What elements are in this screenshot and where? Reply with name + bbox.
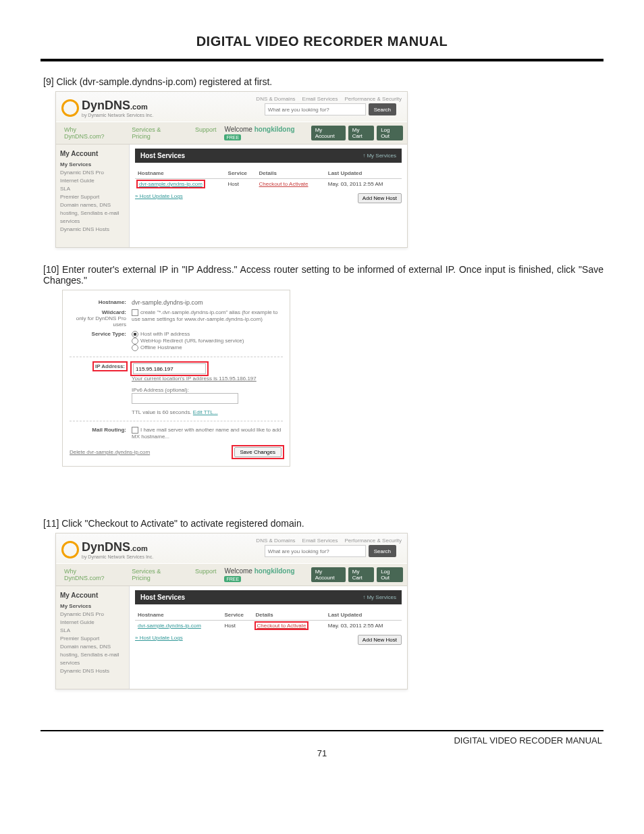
nav-support[interactable]: Support — [187, 122, 225, 144]
sidebar-item[interactable]: Internet Guide — [60, 177, 125, 185]
sidebar-item[interactable]: Dynamic DNS Pro — [60, 169, 125, 177]
host-table: Hostname Service Details Last Updated dv… — [135, 610, 402, 631]
welcome-text: Welcome hongkildong FREE — [224, 126, 308, 140]
chip-my-account[interactable]: My Account — [311, 567, 346, 582]
hostname-link[interactable]: dvr-sample.dyndns-ip.com — [138, 623, 201, 629]
ipv6-label: IPv6 Address (optional): — [132, 387, 283, 393]
cell-updated: May. 03, 2011 2:55 AM — [325, 621, 402, 631]
screenshot-step-10: Hostname: dvr-sample.dyndns-ip.com Wildc… — [62, 290, 290, 467]
sidebar-item[interactable]: Dynamic DNS Pro — [60, 610, 125, 619]
top-links: DNS & Domains Email Services Performance… — [256, 96, 402, 102]
nav-why[interactable]: Why DynDNS.com? — [56, 122, 124, 144]
nav-services[interactable]: Services & Pricing — [124, 122, 187, 144]
th-updated: Last Updated — [325, 610, 402, 621]
nav-why[interactable]: Why DynDNS.com? — [56, 564, 124, 585]
th-hostname: Hostname — [135, 610, 222, 621]
panel-title: Host Services — [140, 152, 185, 159]
toplink[interactable]: Performance & Security — [345, 96, 402, 102]
step-9-text: [9] Click (dvr-sample.dyndns-ip.com) reg… — [41, 76, 603, 87]
sidebar-item[interactable]: SLA — [60, 185, 125, 193]
page-number: 71 — [41, 748, 603, 758]
label-wildcard: Wildcard: — [102, 309, 126, 315]
search-button[interactable]: Search — [369, 103, 396, 115]
save-changes-button[interactable]: Save Changes — [234, 447, 281, 457]
ipv6-input[interactable] — [132, 393, 238, 404]
svc-opt-host: Host with IP address — [140, 331, 190, 337]
svc-opt-webhop: WebHop Redirect (URL forwarding service) — [140, 338, 244, 344]
checkbox-icon[interactable] — [132, 427, 138, 434]
search-input[interactable] — [265, 103, 366, 115]
chip-logout[interactable]: Log Out — [377, 567, 403, 582]
nav-bar: Why DynDNS.com? Services & Pricing Suppo… — [56, 122, 407, 145]
radio-icon[interactable] — [132, 331, 138, 338]
add-new-host-button[interactable]: Add New Host — [358, 635, 402, 645]
divider — [70, 421, 283, 421]
logo-sub: by Dynamic Network Services Inc. — [82, 113, 153, 118]
sidebar-item[interactable]: Domain names, DNS hosting, Sendlabs e-ma… — [60, 643, 125, 667]
sidebar: My Account My Services Dynamic DNS Pro I… — [56, 145, 130, 247]
panel-up-link[interactable]: ↑ My Services — [363, 153, 396, 159]
sidebar-item[interactable]: SLA — [60, 627, 125, 635]
dyndns-logo: DynDNS.com by Dynamic Network Services I… — [61, 96, 153, 120]
cell-service: Host — [222, 621, 253, 631]
ttl-edit-link[interactable]: Edit TTL... — [193, 409, 218, 415]
host-update-logs-link[interactable]: » Host Update Logs — [135, 635, 183, 641]
sidebar-item[interactable]: Internet Guide — [60, 619, 125, 627]
panel-up-link[interactable]: ↑ My Services — [363, 594, 396, 600]
toplink[interactable]: DNS & Domains — [256, 538, 295, 544]
radio-icon[interactable] — [132, 344, 138, 351]
label-mail-routing: Mail Routing: — [70, 427, 132, 440]
divider — [70, 357, 283, 357]
th-details: Details — [253, 610, 325, 621]
logo-suffix: .com — [130, 103, 148, 111]
th-hostname: Hostname — [135, 168, 225, 179]
footer-text: DIGITAL VIDEO RECODER MANUAL — [454, 735, 602, 746]
sidebar-my-services[interactable]: My Services — [60, 603, 125, 609]
toplink[interactable]: Performance & Security — [345, 538, 402, 544]
checkout-link[interactable]: Checkout to Activate — [257, 623, 306, 629]
th-updated: Last Updated — [325, 168, 402, 179]
chip-my-cart[interactable]: My Cart — [348, 567, 374, 582]
chip-logout[interactable]: Log Out — [377, 126, 403, 140]
th-service: Service — [225, 168, 257, 179]
sidebar-item[interactable]: Dynamic DNS Hosts — [60, 226, 125, 234]
sidebar-item[interactable]: Premier Support — [60, 193, 125, 201]
host-update-logs-link[interactable]: » Host Update Logs — [135, 193, 183, 199]
checkout-link[interactable]: Checkout to Activate — [259, 181, 308, 187]
table-row: dvr-sample.dyndns-ip.com Host Checkout t… — [135, 621, 402, 631]
nav-support[interactable]: Support — [187, 564, 225, 585]
toplink[interactable]: DNS & Domains — [256, 96, 295, 102]
screenshot-step-9: DynDNS.com by Dynamic Network Services I… — [55, 91, 408, 248]
sidebar-account: My Account — [60, 150, 125, 157]
logo-icon — [61, 99, 79, 117]
toplink[interactable]: Email Services — [302, 538, 338, 544]
add-new-host-button[interactable]: Add New Host — [358, 193, 402, 203]
search-input[interactable] — [265, 545, 366, 557]
toplink[interactable]: Email Services — [302, 96, 338, 102]
top-links: DNS & Domains Email Services Performance… — [256, 538, 402, 544]
value-hostname: dvr-sample.dyndns-ip.com — [132, 299, 283, 306]
panel-header: Host Services ↑ My Services — [135, 149, 402, 163]
sidebar-item[interactable]: Premier Support — [60, 635, 125, 643]
svc-opt-offline: Offline Hostname — [140, 344, 182, 350]
nav-services[interactable]: Services & Pricing — [124, 564, 187, 585]
sidebar-item[interactable]: Domain names, DNS hosting, Sendlabs e-ma… — [60, 201, 125, 226]
chip-my-account[interactable]: My Account — [311, 126, 346, 140]
panel-header: Host Services ↑ My Services — [135, 590, 402, 604]
step-10-text: [10] Enter router's external IP in "IP A… — [41, 264, 603, 286]
sidebar-item[interactable]: Dynamic DNS Hosts — [60, 667, 125, 675]
hostname-link[interactable]: dvr-sample.dyndns-ip.com — [139, 181, 203, 187]
search-button[interactable]: Search — [369, 545, 396, 557]
delete-host-link[interactable]: Delete dvr-sample.dyndns-ip.com — [70, 449, 150, 455]
ip-input[interactable] — [133, 363, 206, 374]
logo-icon — [61, 541, 79, 558]
ip-help-link[interactable]: Your current location's IP address is 11… — [132, 375, 257, 382]
label-ip-address: IP Address: — [94, 363, 126, 370]
bottom-rule — [41, 730, 603, 731]
welcome-text: Welcome hongkildong FREE — [224, 567, 308, 582]
chip-my-cart[interactable]: My Cart — [348, 126, 374, 140]
radio-icon[interactable] — [132, 338, 138, 344]
sidebar-my-services[interactable]: My Services — [60, 161, 125, 167]
checkbox-icon[interactable] — [132, 309, 138, 316]
table-row: dvr-sample.dyndns-ip.com Host Checkout t… — [135, 179, 402, 190]
